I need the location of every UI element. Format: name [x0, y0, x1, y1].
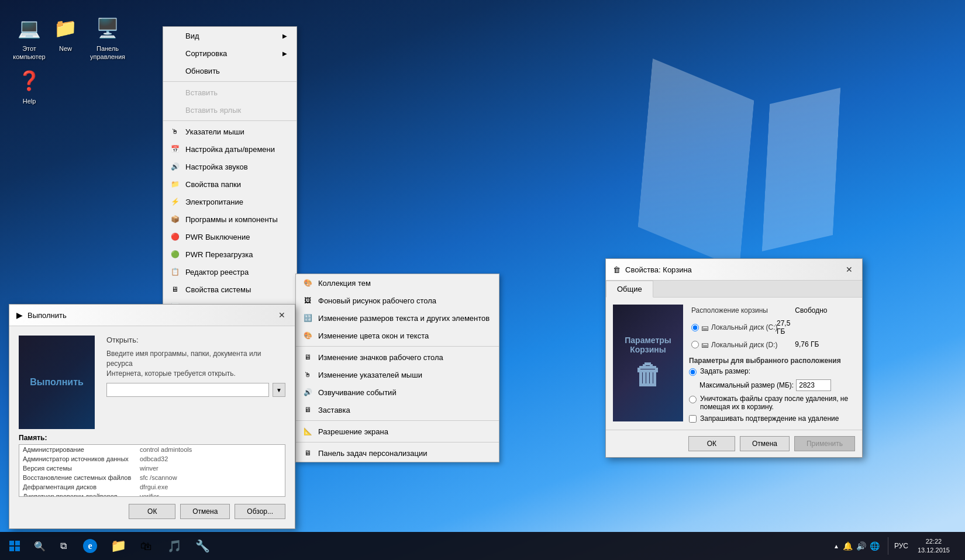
taskbar-other[interactable]: 🔧 — [188, 532, 216, 560]
volume-icon[interactable]: 🔊 — [856, 541, 866, 551]
props-apply-button[interactable]: Применить — [794, 436, 855, 451]
drive-d-icon: 🖴 — [701, 340, 709, 349]
drive-d-row[interactable]: 🖴 Локальный диск (D:) — [691, 340, 790, 349]
submenu-taskbar-pers[interactable]: 🖥 Панель задач персонализации — [296, 444, 499, 462]
network-icon[interactable]: 🌐 — [870, 541, 880, 551]
memory-item-2[interactable]: Администратор источников данных odbcad32 — [19, 454, 285, 464]
submenu-desktop-icons[interactable]: 🖥 Изменение значков рабочего стола — [296, 348, 499, 366]
context-menu-folder-props[interactable]: 📁 Свойства папки — [163, 175, 297, 193]
props-ok-button[interactable]: ОК — [688, 436, 735, 451]
submenu-themes[interactable]: 🎨 Коллекция тем — [296, 274, 499, 292]
run-cancel-button[interactable]: Отмена — [180, 504, 230, 519]
datetime-icon: 📅 — [169, 143, 181, 155]
size-radio[interactable] — [689, 368, 697, 376]
taskbar-media[interactable]: 🎵 — [160, 532, 188, 560]
power-label: Электропитание — [185, 198, 287, 206]
sort-arrow: ▶ — [282, 50, 287, 57]
other-app-icon: 🔧 — [195, 539, 210, 553]
memory-item-5[interactable]: Дефрагментация дисков dfrgui.exe — [19, 482, 285, 492]
props-location-table: Расположение корзины Свободно 🖴 Локальны… — [689, 305, 855, 351]
screensaver-label: Заставка — [318, 406, 490, 414]
memory-item-3[interactable]: Версия системы winver — [19, 464, 285, 473]
size-radio-label: Задать размер: — [700, 367, 750, 375]
themes-icon: 🎨 — [302, 277, 313, 289]
run-button-row: ОК Отмена Обзор... — [19, 504, 285, 519]
taskbar-clock[interactable]: 22:22 13.12.2015 — [912, 537, 956, 555]
context-menu-datetime[interactable]: 📅 Настройка даты/времени — [163, 140, 297, 158]
clock-time: 22:22 — [926, 537, 942, 546]
mem-cmd-1: control admintools — [140, 446, 192, 453]
mouse-icon: 🖱 — [169, 126, 181, 137]
desktop-icon-control-panel[interactable]: 🖥️ Панель управления — [84, 12, 131, 64]
drive-c-radio[interactable] — [691, 324, 699, 331]
context-menu-paste-shortcut[interactable]: Вставить ярлык — [163, 101, 297, 119]
notification-icon[interactable]: 🔔 — [843, 541, 853, 551]
run-dropdown-button[interactable]: ▼ — [273, 383, 285, 397]
submenu-screensaver[interactable]: 🖥 Заставка — [296, 401, 499, 419]
props-close-button[interactable]: ✕ — [843, 264, 855, 275]
props-cancel-button[interactable]: Отмена — [740, 436, 790, 451]
memory-item-6[interactable]: Диспетчер проверки драйверов verifier — [19, 492, 285, 497]
run-ok-button[interactable]: ОК — [129, 504, 175, 519]
context-menu-mouse[interactable]: 🖱 Указатели мыши — [163, 123, 297, 140]
taskbar-edge[interactable]: e — [76, 532, 104, 560]
taskbar-right: ▲ 🔔 🔊 🌐 РУС 22:22 13.12.2015 — [828, 532, 965, 560]
run-title: Выполнить — [27, 311, 67, 320]
language-indicator[interactable]: РУС — [891, 542, 912, 550]
props-tabs: Общие — [606, 281, 862, 298]
drive-d-label: Локальный диск (D:) — [711, 341, 778, 349]
mem-name-6: Диспетчер проверки драйверов — [23, 493, 140, 497]
svg-rect-0 — [9, 541, 14, 545]
drive-d-radio[interactable] — [691, 341, 699, 348]
paste-shortcut-label: Вставить ярлык — [185, 106, 287, 115]
drive-c-row[interactable]: 🖴 Локальный диск (C:) — [691, 323, 768, 332]
size-radio-row: Задать размер: — [689, 367, 855, 376]
context-menu-refresh[interactable]: Обновить — [163, 62, 297, 79]
memory-item-1[interactable]: Администрирование control admintools — [19, 445, 285, 454]
confirm-checkbox[interactable] — [689, 415, 697, 423]
sub-sep-3 — [296, 442, 499, 443]
free-header: Свободно — [792, 305, 855, 316]
task-view-button[interactable]: ⧉ — [50, 532, 76, 560]
taskbar-explorer[interactable]: 📁 — [104, 532, 132, 560]
location-header: Расположение корзины — [689, 305, 792, 316]
context-menu-registry[interactable]: 📋 Редактор реестра — [163, 263, 297, 281]
context-menu-power[interactable]: ⚡ Электропитание — [163, 193, 297, 210]
desktop-icon-new[interactable]: 📁 New — [42, 12, 89, 55]
submenu-wallpaper[interactable]: 🖼 Фоновый рисунок рабочего стола — [296, 292, 499, 309]
context-menu-sys-props[interactable]: 🖥 Свойства системы — [163, 281, 297, 298]
datetime-label: Настройка даты/времени — [185, 145, 287, 154]
destroy-radio[interactable] — [689, 396, 697, 403]
memory-item-4[interactable]: Восстановление системных файлов sfc /sca… — [19, 473, 285, 482]
taskbar-search-button[interactable]: 🔍 — [29, 532, 50, 560]
context-menu-paste[interactable]: Вставить — [163, 84, 297, 101]
show-desktop-button[interactable] — [956, 532, 959, 560]
submenu-window-color[interactable]: 🎨 Изменение цвета окон и текста — [296, 327, 499, 344]
start-button[interactable] — [0, 532, 29, 560]
props-tab-general[interactable]: Общие — [606, 281, 653, 298]
chevron-up-icon[interactable]: ▲ — [833, 543, 839, 549]
context-menu-sounds[interactable]: 🔊 Настройка звуков — [163, 158, 297, 175]
context-menu-sort[interactable]: Сортировка ▶ — [163, 44, 297, 62]
context-menu-programs[interactable]: 📦 Программы и компоненты — [163, 210, 297, 228]
mem-cmd-3: winver — [140, 465, 158, 472]
submenu-sounds[interactable]: 🔊 Озвучивание событий — [296, 383, 499, 401]
props-button-row: ОК Отмена Применить — [606, 430, 862, 457]
run-close-button[interactable]: ✕ — [276, 309, 288, 321]
context-menu-view[interactable]: Вид ▶ — [163, 27, 297, 44]
desktop-icon-help[interactable]: ❓ Help — [6, 64, 53, 108]
submenu-resolution[interactable]: 📐 Разрешение экрана — [296, 423, 499, 440]
max-size-input[interactable] — [796, 379, 831, 391]
submenu-mouse-pointers[interactable]: 🖱 Изменение указателей мыши — [296, 366, 499, 383]
desktop-icons-label: Изменение значков рабочего стола — [318, 353, 490, 362]
themes-label: Коллекция тем — [318, 279, 490, 288]
context-menu-pwr-restart[interactable]: 🟢 PWR Перезагрузка — [163, 246, 297, 263]
taskbar-store[interactable]: 🛍 — [132, 532, 160, 560]
run-input[interactable] — [106, 383, 269, 397]
submenu-text-size[interactable]: 🔡 Изменение размеров текста и других эле… — [296, 309, 499, 327]
run-browse-button[interactable]: Обзор... — [235, 504, 285, 519]
taskbar: 🔍 ⧉ e 📁 🛍 🎵 🔧 ▲ — [0, 532, 965, 560]
context-menu-pwr-off[interactable]: 🔴 PWR Выключение — [163, 228, 297, 246]
destroy-radio-row: Уничтожать файлы сразу после удаления, н… — [689, 395, 855, 411]
refresh-label: Обновить — [185, 67, 287, 75]
